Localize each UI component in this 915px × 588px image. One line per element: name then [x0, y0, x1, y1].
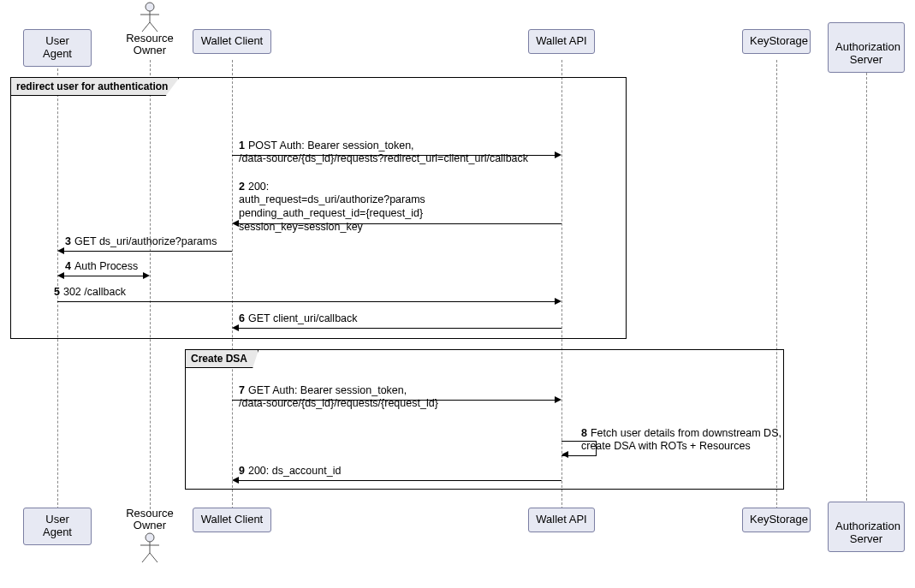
actor-resource-owner-top: Resource Owner: [120, 2, 180, 57]
participant-user-agent-bottom: User Agent: [23, 508, 92, 545]
stick-figure-icon: [137, 532, 163, 563]
arrow-5: [57, 301, 555, 302]
message-number: 2: [239, 181, 245, 193]
stick-figure-icon: [137, 2, 163, 33]
arrow-head: [57, 272, 64, 279]
message-number: 7: [239, 384, 245, 396]
group-label: Create DSA: [186, 350, 258, 368]
message-text: Fetch user details from downstream DS, c…: [581, 427, 781, 453]
svg-line-3: [142, 22, 150, 32]
message-number: 5: [54, 286, 60, 298]
message-text: GET ds_uri/authorize?params: [74, 235, 217, 247]
participant-user-agent-top: User Agent: [23, 29, 92, 67]
participant-key-storage-top: KeyStorage: [742, 29, 811, 54]
message-3: 3GET ds_uri/authorize?params: [65, 235, 217, 249]
message-text: 200: auth_request=ds_uri/authorize?param…: [239, 181, 425, 233]
arrow-1: [232, 155, 555, 156]
participant-label: Wallet Client: [201, 34, 263, 47]
arrow-head: [232, 477, 239, 484]
message-5: 5302 /callback: [54, 286, 126, 300]
participant-wallet-client-top: Wallet Client: [193, 29, 271, 54]
participant-label: User Agent: [43, 513, 72, 538]
group-label: redirect user for authentication: [11, 78, 179, 96]
message-number: 1: [239, 140, 245, 151]
arrow-head: [555, 396, 561, 403]
svg-line-9: [150, 553, 157, 562]
arrow-6: [239, 328, 561, 329]
message-number: 3: [65, 235, 71, 247]
svg-line-8: [142, 553, 150, 562]
message-text: Auth Process: [74, 260, 138, 272]
message-9: 9200: ds_account_id: [239, 465, 341, 478]
actor-resource-owner-bottom: Resource Owner: [120, 508, 180, 563]
arrow-9: [239, 480, 561, 481]
arrow-head: [561, 451, 568, 458]
message-text: POST Auth: Bearer session_token, /data-s…: [239, 140, 528, 165]
participant-wallet-api-top: Wallet API: [528, 29, 595, 54]
message-text: 302 /callback: [63, 286, 126, 298]
arrow-head: [232, 220, 239, 227]
participant-key-storage-bottom: KeyStorage: [742, 508, 811, 532]
arrow-3: [64, 251, 232, 252]
message-text: GET Auth: Bearer session_token, /data-so…: [239, 384, 438, 410]
message-text: 200: ds_account_id: [248, 465, 341, 477]
message-8: 8Fetch user details from downstream DS, …: [581, 413, 781, 454]
message-4: 4Auth Process: [65, 260, 138, 274]
participant-label: Wallet Client: [201, 513, 263, 526]
message-number: 6: [239, 312, 245, 324]
message-text: GET client_uri/callback: [248, 312, 358, 324]
svg-point-0: [146, 3, 154, 11]
arrow-2: [239, 223, 561, 224]
participant-label: Wallet API: [536, 513, 586, 526]
participant-label: Wallet API: [536, 34, 586, 47]
participant-label: Authorization Server: [835, 520, 900, 545]
message-number: 4: [65, 260, 71, 272]
participant-wallet-client-bottom: Wallet Client: [193, 508, 271, 532]
participant-label: User Agent: [43, 34, 72, 60]
arrow-head: [232, 324, 239, 331]
sequence-diagram: { "participants": { "user_agent": "User …: [0, 0, 915, 588]
participant-label: KeyStorage: [750, 513, 808, 526]
arrow-4: [64, 276, 143, 276]
arrow-head: [143, 272, 150, 279]
message-1: 1POST Auth: Bearer session_token, /data-…: [239, 126, 528, 166]
message-7: 7GET Auth: Bearer session_token, /data-s…: [239, 371, 438, 411]
svg-point-5: [146, 533, 154, 542]
lifeline-auth-server: [866, 60, 867, 514]
participant-auth-server-bottom: Authorization Server: [828, 502, 905, 552]
arrow-head: [555, 298, 561, 305]
arrow-7: [232, 400, 555, 401]
participant-wallet-api-bottom: Wallet API: [528, 508, 595, 532]
message-number: 8: [581, 427, 587, 439]
message-number: 9: [239, 465, 245, 477]
arrow-head: [555, 151, 561, 158]
participant-label: KeyStorage: [750, 34, 808, 47]
participant-auth-server-top: Authorization Server: [828, 22, 905, 73]
message-6: 6GET client_uri/callback: [239, 312, 358, 326]
actor-label: Resource Owner: [120, 508, 180, 532]
participant-label: Authorization Server: [835, 40, 900, 66]
actor-label: Resource Owner: [120, 33, 180, 57]
svg-line-4: [150, 22, 157, 32]
arrow-head: [57, 247, 64, 254]
